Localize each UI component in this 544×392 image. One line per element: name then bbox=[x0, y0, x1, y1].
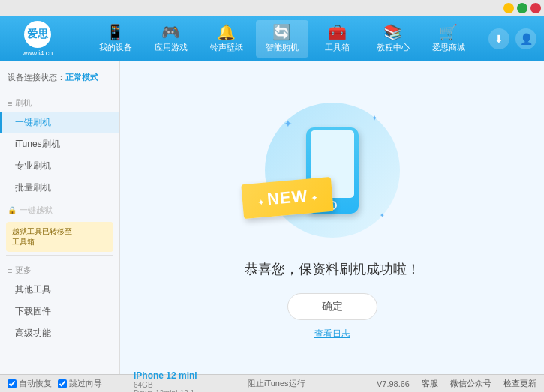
lock-icon: 🔒 bbox=[8, 206, 17, 214]
nav-shop[interactable]: 🛒 爱思商城 bbox=[422, 20, 475, 58]
device-storage: 64GB bbox=[134, 381, 248, 389]
star-decoration-2: ✦ bbox=[371, 114, 377, 122]
my-device-icon: 📱 bbox=[106, 25, 125, 40]
wechat-link[interactable]: 微信公众号 bbox=[450, 378, 491, 389]
status-label: 设备连接状态： bbox=[8, 73, 65, 82]
flash-section-label: 刷机 bbox=[15, 97, 32, 109]
toolbox-icon: 🧰 bbox=[328, 25, 347, 40]
success-illustration: ✦ ✦ ✦ NEW bbox=[257, 95, 407, 245]
ringtones-icon: 🔔 bbox=[217, 25, 236, 40]
auto-restore-checkbox[interactable]: 自动恢复 bbox=[8, 378, 52, 389]
more-section-label: 更多 bbox=[15, 265, 32, 276]
logo-icon: 爱思 bbox=[24, 21, 51, 48]
sidebar: 设备连接状态：正常模式 ≡ 刷机 一键刷机 iTunes刷机 专业刷机 批量刷机… bbox=[0, 61, 120, 374]
maximize-button[interactable] bbox=[517, 3, 527, 13]
nav-apps-label: 应用游戏 bbox=[155, 42, 188, 53]
main-content: 设备连接状态：正常模式 ≡ 刷机 一键刷机 iTunes刷机 专业刷机 批量刷机… bbox=[0, 61, 544, 374]
user-button[interactable]: 👤 bbox=[515, 28, 536, 49]
nav-apps[interactable]: 🎮 应用游戏 bbox=[145, 20, 197, 58]
update-link[interactable]: 检查更新 bbox=[503, 378, 536, 389]
service-link[interactable]: 客服 bbox=[422, 378, 438, 389]
bottom-center: 阻止iTunes运行 bbox=[248, 378, 377, 389]
nav-smart-shop-label: 智能购机 bbox=[266, 42, 299, 53]
more-section-icon: ≡ bbox=[8, 266, 12, 275]
logo-text: www.i4.cn bbox=[23, 49, 53, 57]
content-area: ✦ ✦ ✦ NEW 恭喜您，保资料刷机成功啦！ 确定 查看日志 bbox=[120, 61, 544, 374]
sidebar-lock-jailbreak: 🔒 一键越狱 bbox=[0, 202, 119, 219]
device-name: iPhone 12 mini bbox=[134, 370, 248, 381]
nav-ringtones[interactable]: 🔔 铃声壁纸 bbox=[200, 20, 253, 58]
header: 爱思 www.i4.cn 📱 我的设备 🎮 应用游戏 🔔 铃声壁纸 🔄 智能购机… bbox=[0, 16, 544, 61]
smart-shop-icon: 🔄 bbox=[272, 25, 291, 40]
more-section: ≡ 更多 其他工具 下载固件 高级功能 bbox=[0, 259, 119, 347]
status-bar: 设备连接状态：正常模式 bbox=[0, 67, 119, 88]
nav-toolbox[interactable]: 🧰 工具箱 bbox=[311, 20, 364, 58]
auto-restore-label: 自动恢复 bbox=[19, 378, 52, 389]
close-button[interactable] bbox=[530, 3, 541, 13]
flash-section-title: ≡ 刷机 bbox=[0, 94, 119, 112]
sidebar-item-other-tools[interactable]: 其他工具 bbox=[0, 279, 119, 301]
sidebar-item-itunes-flash[interactable]: iTunes刷机 bbox=[0, 133, 119, 155]
skip-wizard-label: 跳过向导 bbox=[69, 378, 102, 389]
nav-tutorials[interactable]: 📚 教程中心 bbox=[367, 20, 419, 58]
sidebar-notice: 越狱工具已转移至 工具箱 bbox=[6, 222, 113, 252]
bottom-right: V7.98.66 客服 微信公众号 检查更新 bbox=[377, 378, 536, 389]
nav-toolbox-label: 工具箱 bbox=[325, 42, 350, 53]
confirm-button[interactable]: 确定 bbox=[287, 293, 377, 320]
tutorials-icon: 📚 bbox=[383, 25, 402, 40]
titlebar bbox=[0, 0, 544, 16]
sidebar-item-pro-flash[interactable]: 专业刷机 bbox=[0, 155, 119, 177]
sidebar-item-batch-flash[interactable]: 批量刷机 bbox=[0, 177, 119, 199]
header-right: ⬇ 👤 bbox=[488, 28, 536, 49]
auto-restore-input[interactable] bbox=[8, 379, 17, 388]
lock-label: 一键越狱 bbox=[20, 205, 53, 216]
shop-icon: 🛒 bbox=[439, 25, 458, 40]
bottom-checkboxes: 自动恢复 跳过向导 bbox=[8, 378, 128, 389]
more-section-title: ≡ 更多 bbox=[0, 262, 119, 279]
circle-background: ✦ ✦ ✦ NEW bbox=[265, 103, 400, 238]
flash-section-icon: ≡ bbox=[8, 99, 12, 108]
skip-wizard-checkbox[interactable]: 跳过向导 bbox=[58, 378, 102, 389]
sidebar-item-one-click-flash[interactable]: 一键刷机 bbox=[0, 112, 119, 133]
skip-wizard-input[interactable] bbox=[58, 379, 67, 388]
status-value: 正常模式 bbox=[65, 73, 98, 82]
sidebar-item-download-firmware[interactable]: 下载固件 bbox=[0, 301, 119, 322]
back-link[interactable]: 查看日志 bbox=[314, 328, 350, 340]
star-decoration-3: ✦ bbox=[380, 212, 385, 219]
flash-section: ≡ 刷机 一键刷机 iTunes刷机 专业刷机 批量刷机 bbox=[0, 91, 119, 202]
logo: 爱思 www.i4.cn bbox=[8, 21, 68, 57]
sidebar-divider bbox=[6, 255, 113, 256]
apps-icon: 🎮 bbox=[161, 25, 180, 40]
success-message: 恭喜您，保资料刷机成功啦！ bbox=[245, 260, 420, 278]
nav-my-device-label: 我的设备 bbox=[99, 42, 132, 53]
nav-shop-label: 爱思商城 bbox=[432, 42, 465, 53]
bottom-bar: 自动恢复 跳过向导 iPhone 12 mini 64GB Down-12min… bbox=[0, 374, 544, 392]
nav-ringtones-label: 铃声壁纸 bbox=[210, 42, 243, 53]
device-info: iPhone 12 mini 64GB Down-12mini-13,1 bbox=[128, 370, 248, 393]
nav-smart-shop[interactable]: 🔄 智能购机 bbox=[256, 20, 308, 58]
nav-my-device[interactable]: 📱 我的设备 bbox=[89, 20, 142, 58]
nav-tutorials-label: 教程中心 bbox=[377, 42, 410, 53]
nav-bar: 📱 我的设备 🎮 应用游戏 🔔 铃声壁纸 🔄 智能购机 🧰 工具箱 📚 教程中心… bbox=[75, 20, 488, 58]
sidebar-item-advanced[interactable]: 高级功能 bbox=[0, 322, 119, 344]
version-label: V7.98.66 bbox=[377, 379, 410, 388]
device-model: Down-12mini-13,1 bbox=[134, 389, 248, 393]
stop-itunes-label: 阻止iTunes运行 bbox=[248, 379, 305, 388]
download-button[interactable]: ⬇ bbox=[488, 28, 509, 49]
minimize-button[interactable] bbox=[503, 3, 514, 13]
star-decoration-1: ✦ bbox=[284, 118, 293, 130]
